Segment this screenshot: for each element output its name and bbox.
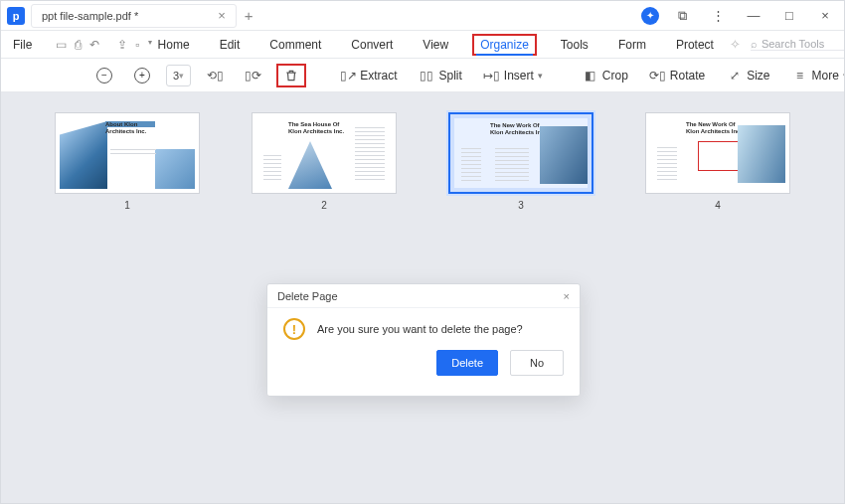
document-tab[interactable]: ppt file-sample.pdf * × xyxy=(31,4,237,28)
dialog-close-icon[interactable]: × xyxy=(564,290,570,302)
search-icon: ⌕ xyxy=(751,38,758,50)
menu-convert[interactable]: Convert xyxy=(345,34,399,56)
crop-label: Crop xyxy=(602,69,628,83)
chevron-down-icon: ▾ xyxy=(538,71,543,81)
delete-page-dialog: Delete Page × ! Are you sure you want to… xyxy=(266,283,581,397)
split-label: Split xyxy=(438,69,461,83)
page-number-input[interactable]: 3 ▾ xyxy=(166,65,191,86)
trash-icon xyxy=(283,68,299,84)
insert-button[interactable]: ↦▯ Insert ▾ xyxy=(478,65,549,86)
close-tab-icon[interactable]: × xyxy=(218,8,226,23)
dialog-body: ! Are you sure you want to delete the pa… xyxy=(267,308,580,350)
menu-comment[interactable]: Comment xyxy=(263,34,327,56)
dialog-footer: Delete No xyxy=(267,350,580,388)
save-icon[interactable]: ▫ xyxy=(135,38,139,52)
split-icon: ▯▯ xyxy=(419,68,434,84)
chevron-down-icon: ▾ xyxy=(179,71,184,81)
insert-label: Insert xyxy=(504,69,534,83)
extract-label: Extract xyxy=(360,69,397,83)
window-close-icon[interactable]: × xyxy=(812,8,838,23)
app-menu-icon[interactable]: ⧉ xyxy=(669,8,695,24)
dialog-header: Delete Page × xyxy=(267,284,580,308)
delete-page-button[interactable] xyxy=(276,64,306,87)
menu-file[interactable]: File xyxy=(7,38,38,52)
open-icon[interactable]: ▭ xyxy=(56,38,67,52)
rotate-right-button[interactable]: ▯⟳ xyxy=(239,65,266,86)
magic-icon[interactable]: ✧ xyxy=(730,37,741,52)
workspace: About Klon Architects Inc. 1 The Sea Hou… xyxy=(1,92,844,503)
menu-form[interactable]: Form xyxy=(612,34,652,56)
print-icon[interactable]: ⎙ xyxy=(75,38,82,52)
titlebar: p ppt file-sample.pdf * × + ✦ ⧉ ⋮ — □ × xyxy=(1,1,844,31)
window-maximize-icon[interactable]: □ xyxy=(776,8,802,23)
rotate-left-button[interactable]: ⟲▯ xyxy=(201,65,229,86)
menu-home[interactable]: Home xyxy=(152,34,196,56)
size-button[interactable]: ⤢ Size xyxy=(721,65,775,86)
menu-view[interactable]: View xyxy=(417,34,454,56)
active-underline xyxy=(476,54,533,56)
undo-icon[interactable]: ↶ xyxy=(89,38,99,52)
menubar: File ▭ ⎙ ↶ ⇪ ▫ ▾ Home Edit Comment Conve… xyxy=(1,31,844,59)
more-button[interactable]: ≡ More ▾ xyxy=(786,65,845,86)
delete-button[interactable]: Delete xyxy=(436,350,498,376)
warning-icon: ! xyxy=(283,318,305,340)
new-tab-button[interactable]: + xyxy=(245,7,254,24)
extract-icon: ▯↗ xyxy=(340,68,356,84)
zoom-in-button[interactable]: + xyxy=(128,65,156,86)
share-icon[interactable]: ⇪ xyxy=(117,38,127,52)
rotate-button[interactable]: ⟳▯ Rotate xyxy=(644,65,711,86)
modal-overlay: Delete Page × ! Are you sure you want to… xyxy=(1,92,844,503)
more-label: More xyxy=(812,69,839,83)
main-menu: Home Edit Comment Convert View Organize … xyxy=(152,34,720,56)
rotate-label: Rotate xyxy=(670,69,705,83)
menu-edit[interactable]: Edit xyxy=(214,34,247,56)
size-icon: ⤢ xyxy=(727,68,743,84)
user-avatar-icon[interactable]: ✦ xyxy=(641,7,659,25)
insert-icon: ↦▯ xyxy=(484,68,500,84)
dialog-message: Are you sure you want to delete the page… xyxy=(317,323,523,335)
crop-button[interactable]: ◧ Crop xyxy=(577,65,634,86)
menu-organize-label: Organize xyxy=(480,38,529,52)
menu-protect[interactable]: Protect xyxy=(670,34,720,56)
tab-title: ppt file-sample.pdf * xyxy=(42,10,138,22)
dialog-title: Delete Page xyxy=(277,290,338,302)
rotate-icon: ⟳▯ xyxy=(650,68,666,84)
kebab-icon[interactable]: ⋮ xyxy=(705,8,731,23)
menu-tools[interactable]: Tools xyxy=(555,34,594,56)
crop-icon: ◧ xyxy=(583,68,598,84)
window-minimize-icon[interactable]: — xyxy=(741,8,766,23)
search-placeholder: Search Tools xyxy=(761,38,824,50)
search-tools-input[interactable]: ⌕ Search Tools xyxy=(751,38,845,51)
menu-organize[interactable]: Organize xyxy=(472,34,537,56)
quick-actions: ▭ ⎙ ↶ xyxy=(56,38,99,52)
no-button[interactable]: No xyxy=(510,350,564,376)
extract-button[interactable]: ▯↗ Extract xyxy=(334,65,403,86)
zoom-out-button[interactable]: − xyxy=(90,65,118,86)
more-icon: ≡ xyxy=(792,68,808,84)
organize-toolbar: − + 3 ▾ ⟲▯ ▯⟳ ▯↗ Extract ▯▯ Split ↦▯ Ins… xyxy=(1,59,844,92)
size-label: Size xyxy=(747,69,769,83)
split-button[interactable]: ▯▯ Split xyxy=(413,65,467,86)
app-logo-icon: p xyxy=(7,7,25,25)
